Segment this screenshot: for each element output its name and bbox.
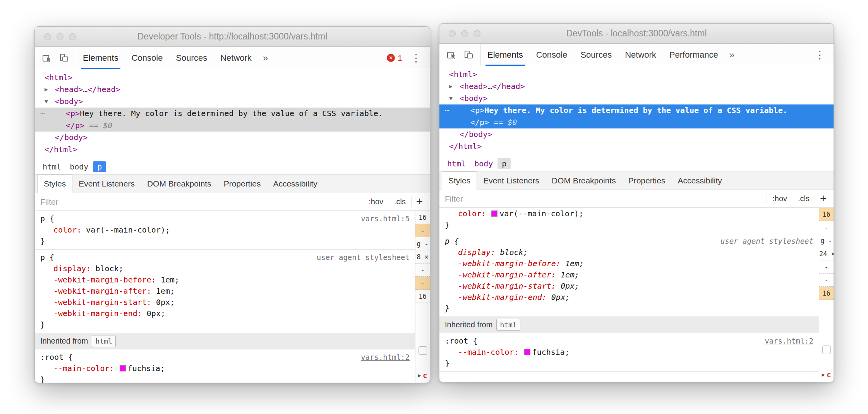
css-declaration[interactable]: -webkit-margin-start: 0px; <box>40 297 410 308</box>
toggle-hover-state-button[interactable]: :hov <box>363 197 389 207</box>
css-declaration[interactable]: -webkit-margin-after: 1em; <box>40 286 410 297</box>
device-toolbar-icon[interactable] <box>57 51 70 65</box>
new-style-rule-button[interactable]: + <box>815 193 834 204</box>
dom-node-head[interactable]: ▶<head>…</head> <box>35 84 430 96</box>
device-toolbar-icon[interactable] <box>462 48 475 62</box>
css-declaration[interactable]: -webkit-margin-end: 0px; <box>445 292 813 303</box>
minimize-window-button[interactable] <box>461 30 468 37</box>
css-declaration[interactable]: -webkit-margin-before: 1em; <box>40 274 410 286</box>
minimize-window-button[interactable] <box>57 33 63 40</box>
tab-elements[interactable]: Elements <box>76 47 125 69</box>
zoom-window-button[interactable] <box>69 33 76 40</box>
filter-input[interactable] <box>40 197 363 207</box>
dom-node-body-close[interactable]: </body> <box>35 132 430 144</box>
close-window-button[interactable] <box>44 33 51 40</box>
inherited-node-link[interactable]: html <box>496 319 520 331</box>
dom-node-html-open[interactable]: <html> <box>35 72 430 84</box>
color-swatch[interactable] <box>524 349 530 355</box>
more-panels-icon[interactable]: » <box>725 44 739 66</box>
dom-node-p-open[interactable]: <p>Hey there. My color is determined by … <box>35 108 430 120</box>
tab-event-listeners[interactable]: Event Listeners <box>72 174 141 193</box>
selected-dom-node[interactable]: ⋯ <p>Hey there. My color is determined b… <box>35 108 430 132</box>
stylesheet-link[interactable]: vars.html:5 <box>361 213 410 224</box>
inspect-element-icon[interactable] <box>40 51 53 65</box>
dom-node-body-close[interactable]: </body> <box>439 128 834 140</box>
breadcrumb-html[interactable]: html <box>443 158 470 169</box>
dom-node-p-close[interactable]: </p>== $0 <box>439 116 834 128</box>
zoom-window-button[interactable] <box>473 30 480 37</box>
dom-node-p-open[interactable]: <p>Hey there. My color is determined by … <box>439 104 834 116</box>
css-declaration[interactable]: --main-color: fuchsia; <box>40 363 410 374</box>
css-declaration[interactable]: display: block; <box>40 263 410 274</box>
style-rule-p-useragent[interactable]: p {user agent stylesheet display: block;… <box>439 233 819 317</box>
tab-styles[interactable]: Styles <box>37 174 72 193</box>
color-swatch[interactable] <box>491 210 497 217</box>
css-declaration[interactable]: -webkit-margin-after: 1em; <box>445 269 813 281</box>
new-style-rule-button[interactable]: + <box>411 197 430 207</box>
css-declaration[interactable]: -webkit-margin-before: 1em; <box>445 258 813 269</box>
element-state-checkbox[interactable] <box>419 346 427 355</box>
titlebar[interactable]: Developer Tools - http://localhost:3000/… <box>35 27 430 47</box>
tab-console[interactable]: Console <box>530 44 574 66</box>
tab-accessibility[interactable]: Accessibility <box>267 174 323 193</box>
dom-node-html-open[interactable]: <html> <box>439 68 834 80</box>
collapse-arrow-icon[interactable]: ▼ <box>45 96 55 108</box>
tab-performance[interactable]: Performance <box>663 44 725 66</box>
css-declaration[interactable]: display: block; <box>445 247 813 258</box>
stylesheet-link[interactable]: vars.html:2 <box>765 335 813 347</box>
stylesheet-link[interactable]: vars.html:5 <box>765 208 813 208</box>
dom-node-head[interactable]: ▶<head>…</head> <box>439 80 834 92</box>
tab-sources[interactable]: Sources <box>574 44 618 66</box>
tab-network[interactable]: Network <box>214 47 258 69</box>
expand-section-icon[interactable]: ▶ <box>418 372 421 378</box>
kebab-menu-icon[interactable]: ⋮ <box>812 49 827 61</box>
expand-arrow-icon[interactable]: ▶ <box>449 80 460 92</box>
dom-node-html-close[interactable]: </html> <box>439 140 834 152</box>
toggle-hover-state-button[interactable]: :hov <box>767 193 793 204</box>
breadcrumb-p-selected[interactable]: p <box>93 161 106 172</box>
dom-node-html-close[interactable]: </html> <box>35 144 430 156</box>
tab-properties[interactable]: Properties <box>622 171 672 190</box>
toggle-class-button[interactable]: .cls <box>389 197 411 207</box>
css-declaration[interactable]: color: var(--main-color); <box>40 224 410 236</box>
expand-section-icon[interactable]: ▶ <box>822 371 825 378</box>
expand-arrow-icon[interactable]: ▶ <box>45 84 55 96</box>
css-declaration[interactable]: -webkit-margin-end: 0px; <box>40 308 410 319</box>
color-swatch[interactable] <box>120 365 126 371</box>
tab-dom-breakpoints[interactable]: DOM Breakpoints <box>546 171 622 190</box>
breadcrumb-body[interactable]: body <box>470 158 497 169</box>
close-window-button[interactable] <box>449 30 456 37</box>
tab-sources[interactable]: Sources <box>169 47 214 69</box>
filter-input[interactable] <box>445 194 767 204</box>
breadcrumb-body[interactable]: body <box>66 161 92 172</box>
style-rule-p-useragent[interactable]: p {user agent stylesheet display: block;… <box>35 250 415 333</box>
tab-styles[interactable]: Styles <box>442 171 477 190</box>
kebab-menu-icon[interactable]: ⋮ <box>408 52 424 64</box>
style-rule-p-authored[interactable]: p {vars.html:5 color: var(--main-color);… <box>439 208 819 233</box>
inspect-element-icon[interactable] <box>445 48 458 62</box>
breadcrumb-html[interactable]: html <box>39 161 65 172</box>
selected-dom-node[interactable]: ⋯ <p>Hey there. My color is determined b… <box>439 104 834 128</box>
style-rule-root[interactable]: :root {vars.html:2 --main-color: fuchsia… <box>439 333 819 372</box>
tab-network[interactable]: Network <box>618 44 663 66</box>
dom-node-body-open[interactable]: ▼<body> <box>439 92 834 104</box>
css-declaration[interactable]: color: var(--main-color); <box>445 208 813 219</box>
node-options-icon[interactable]: ⋯ <box>40 108 45 120</box>
node-options-icon[interactable]: ⋯ <box>445 104 450 116</box>
tab-elements[interactable]: Elements <box>481 44 530 66</box>
tab-console[interactable]: Console <box>125 47 170 69</box>
tab-dom-breakpoints[interactable]: DOM Breakpoints <box>141 174 218 193</box>
dom-node-body-open[interactable]: ▼<body> <box>35 96 430 108</box>
tab-accessibility[interactable]: Accessibility <box>671 171 728 190</box>
css-declaration[interactable]: -webkit-margin-start: 0px; <box>445 281 813 292</box>
dom-node-p-close[interactable]: </p>== $0 <box>35 120 430 132</box>
collapse-arrow-icon[interactable]: ▼ <box>449 92 460 104</box>
more-panels-icon[interactable]: » <box>258 47 273 69</box>
titlebar[interactable]: DevTools - localhost:3000/vars.html <box>439 24 834 44</box>
element-state-checkbox[interactable] <box>822 346 831 354</box>
inherited-node-link[interactable]: html <box>92 335 115 347</box>
style-rule-p-authored[interactable]: p {vars.html:5 color: var(--main-color);… <box>35 211 415 250</box>
css-declaration[interactable]: --main-color: fuchsia; <box>445 347 813 358</box>
toggle-class-button[interactable]: .cls <box>793 193 815 204</box>
error-badge[interactable]: ✕ 1 <box>387 53 402 63</box>
